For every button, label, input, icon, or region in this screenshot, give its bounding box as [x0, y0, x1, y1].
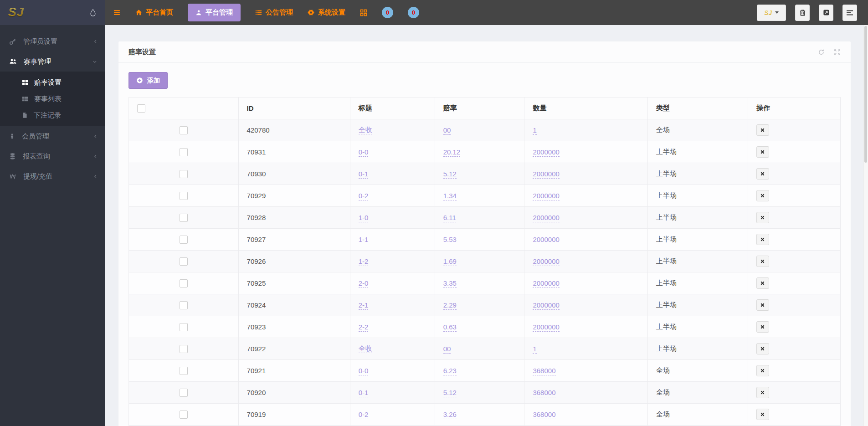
scrollbar-thumb[interactable]: [864, 26, 867, 163]
title-edit-link[interactable]: 全收: [359, 126, 372, 134]
row-checkbox[interactable]: [180, 301, 188, 309]
sidebar-item-report-query[interactable]: 报表查询: [0, 146, 105, 166]
quantity-edit-link[interactable]: 2000000: [533, 279, 559, 288]
quantity-edit-link[interactable]: 1: [533, 126, 536, 135]
row-checkbox[interactable]: [180, 214, 188, 222]
fullscreen-button[interactable]: [819, 5, 833, 21]
apps-grid-icon[interactable]: [360, 9, 367, 16]
trash-button[interactable]: [795, 5, 810, 21]
title-edit-link[interactable]: 全收: [359, 344, 372, 353]
table-row: 70925 2-0 3.35 2000000 上半场: [129, 272, 841, 294]
odds-edit-link[interactable]: 6.23: [443, 367, 457, 375]
row-checkbox[interactable]: [180, 192, 188, 200]
nav-item-platform-home[interactable]: 平台首页: [135, 8, 173, 17]
title-edit-link[interactable]: 0-2: [359, 411, 369, 419]
delete-row-button[interactable]: [756, 365, 769, 376]
sidebar-item-withdraw-deposit[interactable]: 提现/充值: [0, 166, 105, 186]
title-edit-link[interactable]: 2-2: [359, 323, 369, 332]
row-checkbox[interactable]: [180, 257, 188, 266]
title-edit-link[interactable]: 0-0: [359, 148, 369, 157]
delete-row-button[interactable]: [756, 387, 769, 398]
table-row: 70927 1-1 5.53 2000000 上半场: [129, 229, 841, 251]
notification-badge-2[interactable]: 0: [408, 7, 419, 18]
title-edit-link[interactable]: 1-1: [359, 236, 369, 244]
odds-edit-link[interactable]: 3.35: [443, 279, 457, 288]
notification-badge-1[interactable]: 0: [382, 7, 393, 18]
row-checkbox[interactable]: [180, 170, 188, 178]
delete-row-button[interactable]: [756, 190, 769, 201]
delete-row-button[interactable]: [756, 409, 769, 420]
quantity-edit-link[interactable]: 368000: [533, 411, 555, 419]
odds-edit-link[interactable]: 0.63: [443, 323, 457, 332]
title-edit-link[interactable]: 0-1: [359, 170, 369, 179]
odds-edit-link[interactable]: 5.12: [443, 170, 457, 179]
refresh-icon[interactable]: [818, 49, 825, 56]
quantity-edit-link[interactable]: 368000: [533, 389, 555, 397]
quantity-edit-link[interactable]: 1: [533, 345, 536, 354]
nav-item-platform-manage[interactable]: 平台管理: [188, 4, 241, 21]
vertical-scrollbar[interactable]: [863, 25, 868, 426]
odds-edit-link[interactable]: 00: [443, 345, 451, 354]
odds-edit-link[interactable]: 00: [443, 126, 451, 135]
delete-row-button[interactable]: [756, 256, 769, 267]
add-button[interactable]: 添加: [128, 72, 168, 89]
row-checkbox[interactable]: [180, 148, 188, 156]
user-menu-button[interactable]: SJ: [757, 5, 786, 21]
odds-edit-link[interactable]: 2.29: [443, 301, 457, 310]
row-checkbox[interactable]: [180, 126, 188, 134]
quantity-edit-link[interactable]: 2000000: [533, 170, 559, 179]
sidebar-toggle-icon[interactable]: [113, 9, 121, 16]
sidebar-item-odds-settings[interactable]: 赔率设置: [0, 74, 105, 91]
quantity-edit-link[interactable]: 2000000: [533, 323, 559, 332]
settings-list-button[interactable]: [842, 5, 857, 21]
sidebar-item-bet-records[interactable]: 下注记录: [0, 107, 105, 123]
delete-row-button[interactable]: [756, 124, 769, 136]
sidebar-item-admin-settings[interactable]: 管理员设置: [0, 31, 105, 51]
odds-edit-link[interactable]: 5.53: [443, 236, 457, 244]
quantity-edit-link[interactable]: 2000000: [533, 148, 559, 157]
row-checkbox[interactable]: [180, 323, 188, 331]
title-edit-link[interactable]: 0-2: [359, 192, 369, 200]
title-edit-link[interactable]: 2-1: [359, 301, 369, 310]
odds-edit-link[interactable]: 3.26: [443, 411, 457, 419]
row-checkbox[interactable]: [180, 411, 188, 419]
title-edit-link[interactable]: 2-0: [359, 279, 369, 288]
odds-edit-link[interactable]: 1.69: [443, 257, 457, 266]
row-checkbox[interactable]: [180, 236, 188, 244]
delete-row-button[interactable]: [756, 299, 769, 311]
sidebar-item-match-list[interactable]: 赛事列表: [0, 91, 105, 107]
row-checkbox[interactable]: [180, 345, 188, 353]
select-all-checkbox[interactable]: [137, 104, 145, 113]
odds-edit-link[interactable]: 6.11: [443, 214, 456, 222]
title-edit-link[interactable]: 1-2: [359, 257, 369, 266]
odds-edit-link[interactable]: 1.34: [443, 192, 457, 200]
delete-row-button[interactable]: [756, 277, 769, 289]
odds-edit-link[interactable]: 20.12: [443, 148, 461, 157]
expand-icon[interactable]: [834, 49, 841, 56]
sidebar-item-match-manage[interactable]: 赛事管理: [0, 51, 105, 72]
delete-row-button[interactable]: [756, 168, 769, 180]
title-edit-link[interactable]: 0-1: [359, 389, 369, 397]
row-checkbox[interactable]: [180, 389, 188, 397]
title-edit-link[interactable]: 1-0: [359, 214, 369, 222]
delete-row-button[interactable]: [756, 321, 769, 333]
quantity-edit-link[interactable]: 2000000: [533, 214, 559, 222]
odds-edit-link[interactable]: 5.12: [443, 389, 457, 397]
delete-row-button[interactable]: [756, 343, 769, 354]
delete-row-button[interactable]: [756, 212, 769, 223]
nav-item-announcement-manage[interactable]: 公告管理: [255, 8, 293, 17]
row-checkbox[interactable]: [180, 367, 188, 375]
title-edit-link[interactable]: 0-0: [359, 367, 369, 375]
delete-row-button[interactable]: [756, 234, 769, 245]
quantity-edit-link[interactable]: 2000000: [533, 257, 559, 266]
nav-item-system-settings[interactable]: 系统设置: [308, 8, 345, 17]
delete-row-button[interactable]: [756, 146, 769, 158]
chevron-down-icon: [92, 60, 98, 64]
row-checkbox[interactable]: [180, 279, 188, 287]
cell-type: 上半场: [647, 294, 748, 316]
quantity-edit-link[interactable]: 2000000: [533, 236, 559, 244]
quantity-edit-link[interactable]: 2000000: [533, 301, 559, 310]
sidebar-item-member-manage[interactable]: 会员管理: [0, 126, 105, 146]
quantity-edit-link[interactable]: 2000000: [533, 192, 559, 200]
quantity-edit-link[interactable]: 368000: [533, 367, 555, 375]
